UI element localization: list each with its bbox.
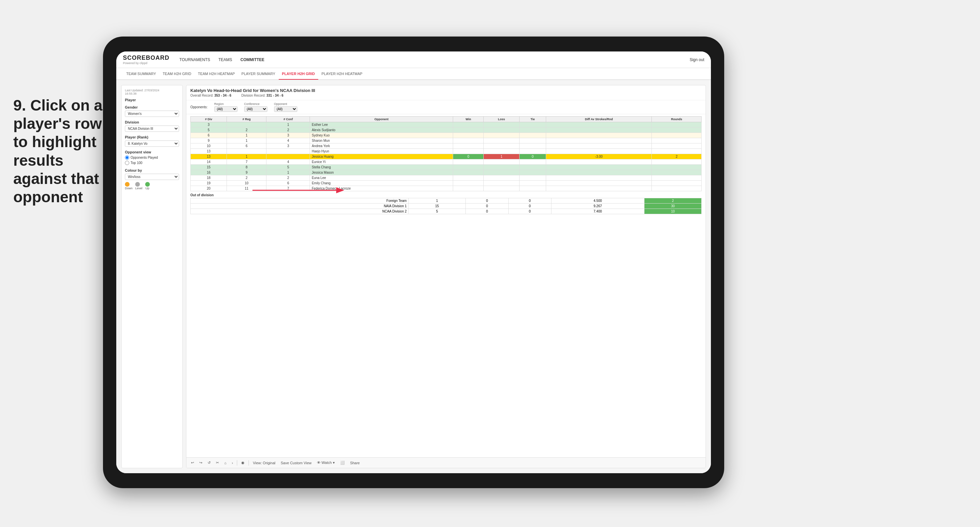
cell-value (453, 122, 484, 127)
cell-value (652, 170, 702, 175)
cell-value (652, 143, 702, 149)
cell-value: 2 (227, 127, 266, 133)
cell-value: 1 (227, 154, 266, 159)
nav-link-tournaments[interactable]: TOURNAMENTS (180, 56, 210, 64)
cell-value (453, 143, 484, 149)
th-conf: # Conf (266, 117, 310, 122)
cell-value (652, 127, 702, 133)
conference-select[interactable]: (All) (244, 106, 267, 112)
radio-top-100[interactable]: Top 100 (125, 161, 179, 165)
cell-value: 0 (519, 154, 546, 159)
table-row[interactable]: 1691Jessica Mason (191, 170, 702, 175)
region-select[interactable]: (All) (214, 106, 237, 112)
table-row[interactable]: 1063Andrea York (191, 143, 702, 149)
sub-nav-team-h2h-heatmap[interactable]: TEAM H2H HEATMAP (195, 68, 238, 80)
cell-value: 10 (191, 143, 227, 149)
table-row[interactable]: 20117Federica Domecq Lacroze (191, 186, 702, 191)
undo-button[interactable]: ↩ (190, 460, 195, 465)
opponent-label: Opponent (274, 102, 298, 106)
cell-value (266, 154, 310, 159)
cell-value (453, 170, 484, 175)
table-row[interactable]: 914Sharon Mun (191, 138, 702, 143)
gender-select[interactable]: Women's (125, 111, 179, 117)
table-row[interactable]: 522Alexis Sudjianto (191, 127, 702, 133)
cell-value (546, 138, 652, 143)
cell-value: 5 (266, 165, 310, 170)
cell-value (484, 138, 520, 143)
th-div: # Div (191, 117, 227, 122)
cell-value: 14 (191, 159, 227, 165)
nav-link-committee[interactable]: COMMITTEE (240, 56, 264, 64)
cell-value (484, 186, 520, 191)
view-original-button[interactable]: View: Original (251, 460, 277, 465)
layout-button[interactable]: ⬜ (339, 460, 346, 465)
division-select[interactable]: NCAA Division III (125, 125, 179, 132)
cell-value: 4 (266, 138, 310, 143)
out-div-cell: 7.400 (551, 209, 644, 214)
up-label: Up (145, 187, 150, 190)
cell-value (227, 149, 266, 154)
table-row[interactable]: 613Sydney Kuo (191, 133, 702, 138)
out-of-div-table: Foreign Team1004.5002NAIA Division 11500… (190, 198, 702, 214)
refresh-button[interactable]: ↺ (206, 460, 212, 465)
out-div-row[interactable]: Foreign Team1004.5002 (191, 198, 702, 203)
table-row[interactable]: 1585Stella Chang (191, 165, 702, 170)
cell-value (484, 175, 520, 181)
table-row[interactable]: 1474Eunice Yi (191, 159, 702, 165)
watch-button[interactable]: 👁 Watch ▾ (316, 460, 336, 465)
cell-value (519, 143, 546, 149)
cell-value (453, 133, 484, 138)
level-label: Level (135, 187, 143, 190)
player-label: Player (125, 98, 179, 102)
cell-value: 3 (191, 122, 227, 127)
sub-nav-team-h2h-grid[interactable]: TEAM H2H GRID (159, 68, 195, 80)
share-button[interactable]: Share (349, 460, 361, 465)
out-of-division-label: Out of division (190, 191, 702, 198)
sub-nav-player-summary[interactable]: PLAYER SUMMARY (238, 68, 279, 80)
table-row[interactable]: 19106Emily Chang (191, 181, 702, 186)
cell-value: 1 (266, 122, 310, 127)
table-row[interactable]: 131Jessica Huang010-3.002 (191, 154, 702, 159)
cell-value (519, 165, 546, 170)
cell-value (652, 138, 702, 143)
cell-value (453, 165, 484, 170)
record-button[interactable]: ◉ (240, 460, 246, 465)
out-div-row[interactable]: NAIA Division 115009.26730 (191, 203, 702, 209)
region-label: Region (214, 102, 237, 106)
table-row[interactable]: 31Esther Lee (191, 122, 702, 127)
cell-value (453, 159, 484, 165)
top-nav: SCOREBOARD Powered by clippd TOURNAMENTS… (116, 51, 711, 68)
radio-opponents-played[interactable]: Opponents Played (125, 156, 179, 160)
colour-by-select[interactable]: Win/loss (125, 174, 179, 180)
logo-area: SCOREBOARD Powered by clippd (123, 54, 169, 65)
sub-nav: TEAM SUMMARY TEAM H2H GRID TEAM H2H HEAT… (116, 68, 711, 80)
nav-link-teams[interactable]: TEAMS (218, 56, 232, 64)
cell-value: 0 (453, 154, 484, 159)
data-area: Katelyn Vo Head-to-Head Grid for Women's… (186, 85, 706, 468)
data-title: Katelyn Vo Head-to-Head Grid for Women's… (190, 88, 702, 93)
sign-out-button[interactable]: Sign out (690, 57, 704, 62)
cell-value: 18 (191, 175, 227, 181)
sub-nav-player-h2h-heatmap[interactable]: PLAYER H2H HEATMAP (318, 68, 366, 80)
last-updated: Last Updated: 27/03/2024 16:55:38 (125, 89, 179, 95)
up-dot (145, 182, 150, 187)
logo-sub: Powered by clippd (123, 62, 169, 65)
forward-button[interactable]: › (231, 460, 234, 465)
out-div-cell: 9.267 (551, 203, 644, 209)
level-dot (135, 182, 140, 187)
overall-record-value: 353 - 34 - 6 (214, 94, 231, 97)
sub-nav-team-summary[interactable]: TEAM SUMMARY (123, 68, 159, 80)
cut-button[interactable]: ✂ (215, 460, 220, 465)
opponent-select[interactable]: (All) (274, 106, 298, 112)
out-div-row[interactable]: NCAA Division 25007.40010 (191, 209, 702, 214)
cell-value (546, 165, 652, 170)
table-row[interactable]: 1822Euna Lee (191, 175, 702, 181)
colour-section: Colour by Win/loss Down Level (125, 168, 179, 190)
table-row[interactable]: 13Haejo Hyun (191, 149, 702, 154)
home-button[interactable]: ⌂ (223, 460, 228, 465)
sub-nav-player-h2h-grid[interactable]: PLAYER H2H GRID (279, 68, 318, 80)
redo-button[interactable]: ↪ (198, 460, 204, 465)
player-rank-select[interactable]: 8. Katelyn Vo (125, 140, 179, 147)
save-custom-view-button[interactable]: Save Custom View (279, 460, 313, 465)
cell-value (652, 181, 702, 186)
